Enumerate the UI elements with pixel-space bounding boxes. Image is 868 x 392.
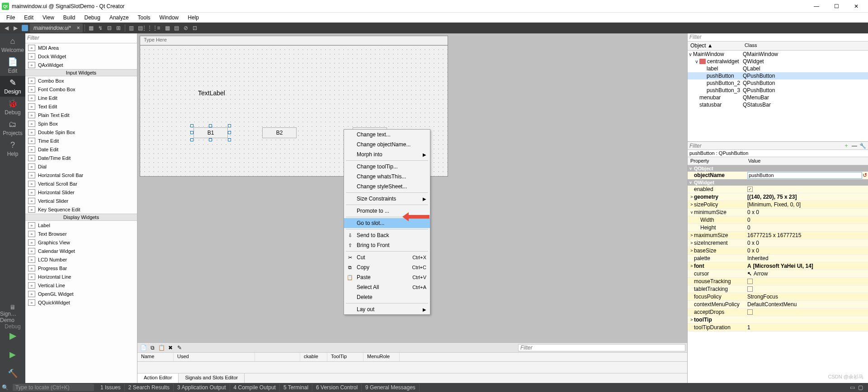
widget-item[interactable]: ▫QAxWidget xyxy=(25,61,137,69)
property-row[interactable]: toolTipDuration1 xyxy=(688,324,868,331)
property-row[interactable]: >sizePolicy[Minimum, Fixed, 0, 0] xyxy=(688,201,868,209)
tb-signals-slots[interactable]: ↯ xyxy=(96,24,104,32)
prop-expand-icon[interactable]: > xyxy=(689,195,694,199)
widget-item[interactable]: ▫Vertical Line xyxy=(25,281,137,289)
property-add-button[interactable]: ＋ xyxy=(843,142,850,149)
widget-item[interactable]: ▫Key Sequence Edit xyxy=(25,205,137,214)
action-delete-button[interactable]: ✖ xyxy=(166,344,175,352)
menu-edit[interactable]: Edit xyxy=(19,14,38,22)
open-file-tab[interactable]: mainwindow.ui* × xyxy=(30,23,83,33)
widget-item[interactable]: ▫Text Edit xyxy=(25,102,137,111)
tb-buddies[interactable]: ⊟ xyxy=(105,24,113,32)
widget-item[interactable]: ▫Spin Box xyxy=(25,119,137,128)
object-row[interactable]: statusbarQStatusBar xyxy=(688,101,868,108)
property-row[interactable]: tabletTracking xyxy=(688,285,868,293)
property-config-button[interactable]: 🔧 xyxy=(859,142,866,149)
nav-back-button[interactable]: ◀ xyxy=(2,24,10,32)
widget-item[interactable]: ▫Graphics View xyxy=(25,238,137,247)
ctx-item[interactable]: Select AllCtrl+A xyxy=(344,282,430,292)
object-row[interactable]: vcentralwidgetQWidget xyxy=(688,58,868,65)
property-row[interactable]: contextMenuPolicyDefaultContextMenu xyxy=(688,301,868,308)
ctx-item[interactable]: ⇩Send to Back xyxy=(344,230,430,240)
property-row[interactable]: enabled xyxy=(688,186,868,193)
tb-edit-widgets[interactable]: ▦ xyxy=(87,24,95,32)
status-item[interactable]: 9 General Messages xyxy=(362,384,420,391)
widget-item[interactable]: ▫Label xyxy=(25,221,137,229)
close-button[interactable]: ✕ xyxy=(846,0,866,13)
property-row[interactable]: >geometry[(140, 220), 75 x 23] xyxy=(688,193,868,201)
ctx-item[interactable]: ⇧Bring to Front xyxy=(344,240,430,250)
status-item[interactable]: 4 Compile Output xyxy=(230,384,280,391)
widget-item[interactable]: ▫Horizontal Slider xyxy=(25,188,137,196)
tb-layout-hs[interactable]: ⋮⋮⋮ xyxy=(146,24,154,32)
property-header-prop[interactable]: Property xyxy=(688,157,745,165)
mode-debug[interactable]: 🐞Debug xyxy=(0,97,25,117)
tb-break-layout[interactable]: ⊘ xyxy=(182,24,190,32)
widget-item[interactable]: ▫Text Browser xyxy=(25,229,137,238)
property-checkbox[interactable] xyxy=(747,309,753,315)
search-icon[interactable]: 🔍 xyxy=(2,384,8,391)
ctx-item[interactable]: Change text... xyxy=(344,130,430,140)
widget-item[interactable]: ▫Date Edit xyxy=(25,145,137,154)
property-value-input[interactable] xyxy=(747,172,862,179)
property-filter-input[interactable] xyxy=(689,143,842,149)
ctx-item[interactable]: Change whatsThis... xyxy=(344,172,430,182)
property-row[interactable]: objectName↺ xyxy=(688,172,868,179)
widget-item[interactable]: ▫Vertical Slider xyxy=(25,196,137,205)
widget-item[interactable]: ▫Line Edit xyxy=(25,93,137,102)
ctx-item[interactable]: Morph into▶ xyxy=(344,149,430,159)
locate-input[interactable]: Type to locate (Ctrl+K) xyxy=(13,384,94,391)
action-header-col[interactable]: ckable xyxy=(300,353,327,361)
action-header-col[interactable]: Used xyxy=(174,353,255,361)
prop-expand-icon[interactable]: > xyxy=(689,264,694,268)
widget-item[interactable]: ▫Horizontal Line xyxy=(25,272,137,281)
object-row[interactable]: vMainWindowQMainWindow xyxy=(688,51,868,58)
tb-layout-h[interactable]: ▥ xyxy=(127,24,136,32)
object-header-class[interactable]: Class xyxy=(742,42,760,50)
widget-category[interactable]: Input Widgets xyxy=(25,69,137,76)
object-row[interactable]: labelQLabel xyxy=(688,65,868,72)
ctx-item[interactable]: 📋PasteCtrl+V xyxy=(344,272,430,282)
property-category[interactable]: v QObject xyxy=(688,165,868,172)
tb-layout-vs[interactable]: ≡ xyxy=(155,24,163,32)
widget-item[interactable]: ▫OpenGL Widget xyxy=(25,289,137,298)
status-item[interactable]: 5 Terminal xyxy=(280,384,312,391)
property-row[interactable]: focusPolicyStrongFocus xyxy=(688,293,868,301)
property-row[interactable]: paletteInherited xyxy=(688,255,868,262)
mode-projects[interactable]: 🗂Projects xyxy=(0,117,25,138)
property-reset-icon[interactable]: ↺ xyxy=(862,172,868,178)
menu-file[interactable]: File xyxy=(2,14,19,22)
tree-expand-icon[interactable]: v xyxy=(694,59,699,64)
prop-expand-icon[interactable]: > xyxy=(689,248,694,253)
close-panel-icon[interactable]: ▢ xyxy=(858,384,864,391)
property-header-val[interactable]: Value xyxy=(745,157,763,165)
run-button[interactable]: ▶ xyxy=(0,326,25,345)
tb-adjust-size[interactable]: ⊡ xyxy=(191,24,199,32)
prop-expand-icon[interactable]: > xyxy=(689,241,694,245)
property-row[interactable]: cursor↖Arrow xyxy=(688,270,868,278)
widget-item[interactable]: ▫Combo Box xyxy=(25,76,137,85)
build-button[interactable]: 🔨 xyxy=(0,364,25,383)
widget-item[interactable]: ▫Double Spin Box xyxy=(25,128,137,136)
ctx-item[interactable]: Change styleSheet... xyxy=(344,182,430,191)
action-header-col[interactable]: Name xyxy=(137,353,174,361)
object-row[interactable]: menubarQMenuBar xyxy=(688,94,868,101)
prop-expand-icon[interactable]: > xyxy=(689,233,694,238)
design-surface[interactable]: Type Here TextLabel B1 B2 B3 Change text… xyxy=(137,33,687,342)
ctx-item[interactable]: Size Constraints▶ xyxy=(344,194,430,204)
ctx-item[interactable]: ⧉CopyCtrl+C xyxy=(344,262,430,272)
widget-item[interactable]: ▫MDI Area xyxy=(25,43,137,52)
object-header-object[interactable]: Object ▲ xyxy=(688,42,742,50)
prop-expand-icon[interactable]: > xyxy=(689,317,694,322)
status-item[interactable]: 3 Application Output xyxy=(174,384,230,391)
nav-fwd-button[interactable]: ▶ xyxy=(11,24,19,32)
property-checkbox[interactable] xyxy=(747,187,753,192)
ctx-item[interactable]: Change toolTip... xyxy=(344,162,430,172)
ctx-item[interactable]: Delete xyxy=(344,292,430,302)
widget-item[interactable]: ▫Plain Text Edit xyxy=(25,111,137,119)
widget-item[interactable]: ▫Dock Widget xyxy=(25,52,137,61)
object-row[interactable]: pushButton_2QPushButton xyxy=(688,79,868,87)
ctx-item[interactable]: Go to slot... xyxy=(344,218,430,228)
menu-help[interactable]: Help xyxy=(183,14,203,22)
mode-help[interactable]: ?Help xyxy=(0,138,25,159)
